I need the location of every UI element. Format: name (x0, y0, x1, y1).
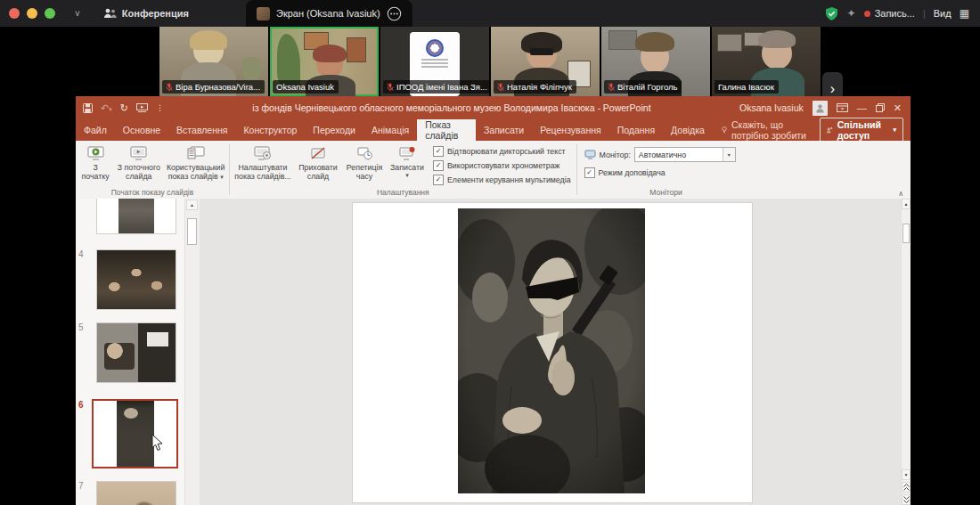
security-shield-icon[interactable] (824, 6, 839, 21)
tab-animations[interactable]: Анімація (363, 119, 417, 141)
tab-file[interactable]: Файл (76, 119, 115, 141)
tab-insert[interactable]: Вставлення (168, 119, 235, 141)
group-separator (229, 144, 230, 195)
checkbox-icon: ✓ (584, 167, 595, 178)
thumbnail-panel-scrollbar[interactable]: ▲ (184, 199, 200, 505)
slide-5-thumbnail[interactable] (96, 322, 176, 383)
next-slide-button[interactable] (902, 494, 911, 505)
ribbon: З початку З поточного слайда Користуваць… (76, 141, 911, 200)
tab-help[interactable]: Довідка (663, 119, 713, 141)
slide-4-thumbnail[interactable] (96, 249, 176, 310)
current-slide[interactable] (352, 202, 753, 503)
muted-mic-icon (608, 83, 615, 92)
custom-slideshow-button[interactable]: Користувацький показ слайдів ▾ (164, 141, 227, 182)
tab-review[interactable]: Рецензування (532, 119, 608, 141)
participant-name-tag: ІПООД імені Івана Зя... (383, 80, 489, 94)
chevron-down-icon[interactable]: ˅ (75, 9, 80, 19)
quick-access-toolbar: ↶▾ ↻ ⋮ (83, 102, 164, 114)
restore-button[interactable] (876, 103, 885, 112)
minimize-traffic-light[interactable] (27, 8, 37, 19)
participant-name-tag: Віра Бурназова/Vira... (162, 80, 265, 94)
monitors-group: Монітор: Автоматично ▾ ✓ Режим доповідач… (579, 141, 754, 199)
scrollbar-thumb[interactable] (902, 224, 910, 243)
participant-name-tag: Віталій Горголь (604, 80, 682, 94)
participant-name-tag: Oksana Ivasiuk (273, 80, 339, 94)
tell-me-box[interactable]: Скажіть, що потрібно зробити (722, 119, 820, 141)
scrollbar-thumb[interactable] (187, 218, 197, 245)
tab-record[interactable]: Записати (476, 119, 532, 141)
slide-3-thumbnail[interactable] (96, 199, 176, 234)
recording-indicator[interactable]: Запись... (864, 8, 915, 19)
redo-icon[interactable]: ↻ (120, 102, 128, 114)
tab-options-icon[interactable] (387, 6, 402, 21)
monitor-dropdown[interactable]: Автоматично ▾ (634, 147, 736, 162)
macos-window-controls[interactable] (9, 8, 62, 19)
setup-slideshow-button[interactable]: Налаштувати показ слайдів... (232, 141, 294, 182)
close-traffic-light[interactable] (9, 8, 20, 19)
save-icon[interactable] (83, 103, 93, 113)
collapse-ribbon-button[interactable]: ∧ (898, 190, 903, 198)
record-slideshow-button[interactable]: Записати ▾ (387, 141, 428, 180)
institution-logo-icon (426, 39, 444, 57)
participant-name-tag: Галина Івасюк (715, 80, 779, 94)
slide-editing-area (200, 199, 901, 505)
checkbox-use-timings[interactable]: ✓ Використовувати хронометраж (433, 160, 571, 171)
ppt-title-bar: ↶▾ ↻ ⋮ із фондів Чернівецького обласного… (76, 96, 911, 119)
muted-mic-icon (497, 83, 504, 92)
account-name[interactable]: Oksana Ivasiuk (739, 102, 804, 113)
video-thumbnail-strip: Віра Бурназова/Vira... Oksana Ivasiuk ІП… (0, 27, 980, 96)
powerpoint-window: ↶▾ ↻ ⋮ із фондів Чернівецького обласного… (76, 96, 911, 505)
group-separator (576, 144, 577, 195)
tab-view[interactable]: Подання (609, 119, 663, 141)
slide-area-scrollbar[interactable]: ▲ ▼ (901, 199, 911, 505)
previous-slide-button[interactable] (902, 482, 911, 493)
divider: | (923, 8, 926, 19)
recording-dot-icon (864, 11, 870, 17)
participant-video[interactable]: ІПООД імені Івана Зя... (380, 27, 489, 96)
checkbox-icon: ✓ (433, 160, 444, 171)
slide-7-thumbnail[interactable] (96, 481, 176, 505)
lightbulb-icon (722, 125, 727, 135)
screen-share-tab[interactable]: Экран (Oksana Ivasiuk) (246, 0, 412, 27)
undo-icon[interactable]: ↶▾ (101, 102, 112, 114)
fullscreen-traffic-light[interactable] (45, 8, 55, 19)
participant-video[interactable]: Віталій Горголь (601, 27, 710, 96)
start-slideshow-group: З початку З поточного слайда Користуваць… (78, 141, 227, 199)
from-beginning-button[interactable]: З початку (78, 141, 113, 182)
close-button[interactable]: ✕ (894, 102, 902, 114)
slide-6-thumbnail-selected[interactable] (92, 399, 178, 468)
scroll-up-button[interactable]: ▲ (902, 199, 911, 209)
muted-mic-icon (166, 83, 173, 92)
tab-slideshow-active[interactable]: Показ слайдів (417, 119, 476, 141)
checkbox-show-media-controls[interactable]: ✓ Елементи керування мультимедіа (433, 175, 571, 185)
checkbox-play-narrations[interactable]: ✓ Відтворювати дикторський текст (433, 146, 571, 157)
hide-slide-button[interactable]: Приховати слайд (294, 141, 342, 182)
account-avatar[interactable] (813, 101, 828, 116)
participant-video[interactable]: Галина Івасюк (712, 27, 821, 96)
customize-qat-icon[interactable]: ⋮ (156, 103, 164, 112)
start-slideshow-icon[interactable] (136, 103, 148, 112)
slide-thumbnail-panel[interactable]: 4 5 6 7 (76, 199, 184, 505)
ribbon-display-options-icon[interactable] (837, 103, 848, 112)
mouse-cursor (151, 434, 164, 455)
view-button[interactable]: Вид (934, 8, 951, 19)
rehearse-timings-button[interactable]: Репетиція часу (342, 141, 387, 182)
share-button[interactable]: Спільний доступ ▾ (820, 118, 903, 143)
scroll-up-button[interactable]: ▲ (186, 200, 198, 210)
dropdown-arrow-icon[interactable]: ▾ (723, 148, 735, 161)
tab-design[interactable]: Конструктор (235, 119, 305, 141)
participant-video[interactable]: Віра Бурназова/Vira... (159, 27, 268, 96)
tab-transitions[interactable]: Переходи (305, 119, 363, 141)
participant-video[interactable]: Наталія Філіпчук (491, 27, 600, 96)
share-icon (827, 126, 833, 134)
scroll-down-button[interactable]: ▼ (902, 469, 911, 480)
minimize-button[interactable]: — (857, 102, 867, 113)
ai-companion-icon[interactable]: ✦ (847, 7, 856, 20)
view-grid-icon[interactable]: ▦ (960, 7, 969, 20)
tab-home[interactable]: Основне (115, 119, 168, 141)
group-label: Монітори (579, 187, 754, 199)
checkbox-presenter-view[interactable]: ✓ Режим доповідача (584, 167, 736, 178)
muted-mic-icon (387, 83, 394, 92)
from-current-slide-button[interactable]: З поточного слайда (113, 141, 164, 182)
participant-video-active-speaker[interactable]: Oksana Ivasiuk (270, 27, 379, 96)
